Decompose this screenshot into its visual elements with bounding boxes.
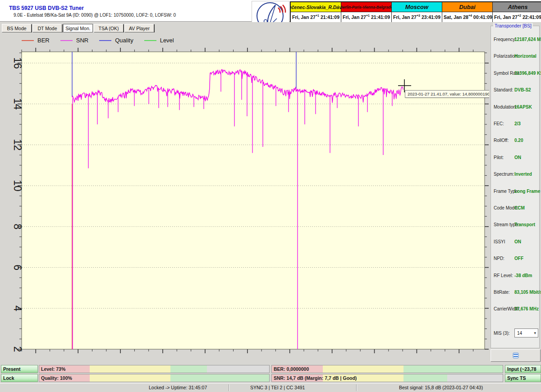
transponder-row-label: Standard: (494, 87, 513, 92)
transponder-row-label: RF Level: (494, 273, 513, 278)
transponder-row-label: FEC: (494, 121, 504, 126)
status-separator (356, 384, 357, 391)
best-signal-status: Best signal: 15,8 dB (2023-01-27 04:43) (399, 385, 483, 390)
clock-time-value: 21:41:09 (371, 14, 390, 20)
database-icon (513, 352, 519, 359)
transponder-row-label: NPD: (494, 256, 504, 261)
mis-label: MIS (3): (494, 331, 510, 336)
transponder-row-value: DVB-S2 (514, 87, 531, 92)
clock-utc-offset: +3 (417, 14, 420, 17)
ber-progressbar: BER: 0,0000000 (271, 365, 503, 373)
clock-city-header: Moscow (392, 2, 442, 12)
snr-label: SNR: 14,7 dB (Margin: 7,7 dB | Good) (274, 375, 357, 381)
lock-badge: Lock (1, 374, 38, 382)
transponder-row-value: CCM (514, 205, 525, 210)
y-axis-label: 4 (12, 305, 23, 311)
clock-time-value: 00:41:09 (473, 14, 492, 20)
uptime-status: Locked -> Uptime: 31:45:07 (149, 385, 207, 390)
tab-strip: BS ModeDT ModeSignal Mon.TSA (OK)AV Play… (0, 22, 489, 32)
present-badge: Present (1, 365, 38, 373)
transponder-row-value: 12187,624 MHz (514, 37, 541, 42)
transponder-groupbox: Transponder [BS] MIS (3): 14 ▾ Frequency… (491, 26, 540, 348)
clock-time-cell: Fri, Jan 27+121:41:09 (291, 12, 341, 22)
progress-unfilled (447, 374, 503, 382)
clock-time-cell: Fri, Jan 27+323:41:09 (392, 12, 442, 22)
clock-utc-offset: +1 (316, 14, 319, 17)
transponder-row-value: 31396,849 KS/s (514, 71, 541, 76)
quality-label: Quality: 100% (41, 375, 72, 381)
stream-list-button[interactable] (491, 349, 541, 362)
transponder-row-value: 16APSK (514, 105, 532, 109)
tuner-app-window: TBS 5927 USB DVB-S2 Tuner 9.0E - Eutelsa… (0, 0, 541, 392)
status-separator (229, 384, 229, 391)
clock-time-value: 22:41:09 (523, 14, 541, 20)
chevron-down-icon: ▾ (534, 331, 536, 335)
transponder-row-value: Inverted (514, 172, 532, 177)
tab-dt-mode[interactable]: DT Mode (32, 24, 62, 32)
transponder-row-label: Frequency: (494, 37, 516, 42)
tab-tsa-ok-[interactable]: TSA (OK) (94, 24, 124, 32)
app-title: TBS 5927 USB DVB-S2 Tuner (9, 5, 84, 11)
status-bar: Locked -> Uptime: 31:45:07 SYNC 3 | TEI … (0, 383, 541, 392)
transponder-row-value: Transport (514, 222, 535, 227)
transponder-row-value: 0.20 (514, 138, 523, 143)
clock-date: Sat, Jan 28 (444, 14, 468, 20)
level-label: Level: 73% (41, 366, 65, 372)
snr-progressbar: SNR: 14,7 dB (Margin: 7,7 dB | Good) (271, 374, 503, 382)
chart-tooltip: 2023-01-27 21.41.07, value: 14,800000190… (405, 90, 502, 98)
signal-monitor-panel: BERSNRQualityLevel 246810121416 2023-01-… (0, 32, 489, 364)
sync-status: SYNC 3 | TEI 2 | CC 3491 (250, 385, 305, 390)
clock-utc-offset: +4 (468, 14, 472, 17)
transponder-row-label: Pilot: (494, 155, 504, 160)
tab-signal-mon-[interactable]: Signal Mon. (63, 24, 93, 32)
sidebar: Transponder [BS] MIS (3): 14 ▾ Frequency… (489, 22, 541, 364)
transponder-row-value: Horizontal (514, 54, 536, 59)
clock-utc-offset: +2 (518, 14, 521, 17)
transponder-row-value: ON (514, 155, 521, 160)
level-progressbar: Level: 73% (39, 365, 270, 373)
transponder-row-value: Long Frame (514, 189, 540, 194)
indicator-bar-area: Present Level: 73% BER: 0,0000000 Input … (0, 364, 541, 383)
clock-date: Fri, Jan 27 (343, 14, 366, 20)
transponder-row-value: -38 dBm (514, 273, 532, 278)
y-axis-label: 12 (12, 139, 23, 151)
y-axis-label: 16 (12, 57, 23, 69)
mis-selected-value: 14 (517, 331, 522, 336)
clock-time-cell: Fri, Jan 27+121:41:09 (341, 12, 391, 22)
transponder-row-value: 37,676 MHz (514, 306, 539, 311)
y-axis-label: 6 (12, 264, 23, 270)
transponder-row-value: 2/3 (514, 121, 521, 126)
transponder-row-value: 83,105 Mbit/s (514, 290, 541, 295)
y-axis-label: 10 (12, 180, 23, 191)
clock-time-value: 23:41:09 (422, 14, 440, 20)
mis-dropdown[interactable]: 14 ▾ (514, 328, 538, 337)
transponder-row-label: Modulation: (494, 105, 517, 109)
clock-city-header: Berlin-Paris-Vienna-Belgrade (341, 2, 391, 12)
transponder-row-label: BitRate: (494, 290, 510, 295)
y-axis-label: 8 (12, 223, 23, 229)
progress-unfilled (207, 365, 269, 373)
sync-ts-badge: Sync TS (505, 374, 541, 382)
y-axis-label: 2 (12, 346, 23, 352)
transponder-row-label: ISSYI (494, 239, 505, 244)
clock-date: Fri, Jan 27 (393, 14, 417, 20)
ber-label: BER: 0,0000000 (274, 366, 309, 372)
clock-time-cell: Fri, Jan 27+222:41:09 (493, 12, 541, 22)
tab-av-player[interactable]: AV Player (124, 24, 154, 32)
clock-utc-offset: +1 (366, 14, 370, 17)
clock-time-value: 21:41:09 (321, 14, 339, 20)
clock-date: Fri, Jan 27 (494, 14, 518, 20)
quality-progressbar: Quality: 100% (39, 374, 270, 382)
clock-time-cell: Sat, Jan 28+400:41:09 (442, 12, 492, 22)
input-rate-badge: Input (~23,78 Mbps) (505, 365, 541, 373)
clock-city-header: Lučenec-Slovakia_R.Dávid (291, 2, 341, 12)
clock-date: Fri, Jan 27 (292, 14, 316, 20)
signal-chart[interactable]: 246810121416 (0, 32, 489, 364)
clock-city-header: Dubai (442, 2, 492, 12)
clock-city-header: Athens (493, 2, 541, 12)
transponder-row-label: RollOff: (494, 138, 509, 143)
world-clock-table: Lučenec-Slovakia_R.DávidBerlin-Paris-Vie… (290, 1, 541, 23)
transponder-row-value: ON (514, 239, 521, 244)
tab-bs-mode[interactable]: BS Mode (2, 24, 32, 32)
transponder-row-label: Spectrum: (494, 172, 514, 177)
